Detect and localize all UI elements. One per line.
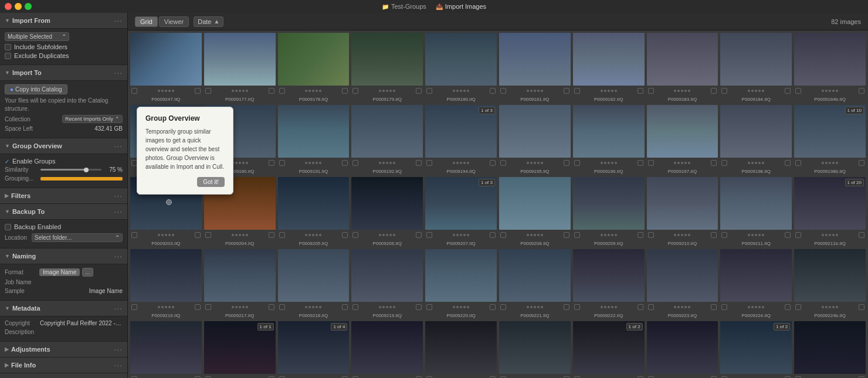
thumb-select-checkbox[interactable] [279,160,285,166]
thumb-select-checkbox[interactable] [574,160,580,166]
section-menu-icon[interactable]: ··· [114,16,123,25]
thumb-select-checkbox[interactable] [426,304,432,310]
thumb-select-checkbox-right[interactable] [859,304,864,310]
thumbnail-container[interactable]: P0009196.IIQ [573,105,645,175]
window-controls[interactable] [5,3,32,10]
thumb-select-checkbox[interactable] [648,160,654,166]
thumbnail-container[interactable]: P0009228.IIQ [351,321,423,378]
thumbnail-container[interactable]: P0009177.IIQ [204,33,276,103]
format-edit-button[interactable]: ... [82,268,93,277]
thumb-select-checkbox-right[interactable] [711,304,717,310]
thumbnail-container[interactable]: 1 of 1P0009226.IIQ [204,321,276,378]
thumbnail-container[interactable]: P0009180.IIQ [425,33,497,103]
thumbnail-container[interactable]: P0009232.IIQ [647,321,718,378]
thumb-select-checkbox[interactable] [131,232,137,238]
thumb-select-checkbox[interactable] [205,232,211,238]
section-menu-icon[interactable]: ··· [114,304,123,313]
thumb-select-checkbox-right[interactable] [416,160,422,166]
thumb-select-checkbox[interactable] [131,304,137,310]
section-menu-icon[interactable]: ··· [114,141,123,151]
thumbnail-container[interactable]: P0009222.IIQ [573,249,645,319]
thumb-select-checkbox-right[interactable] [269,304,274,310]
thumbnail-container[interactable]: P0009209.IIQ [573,177,645,247]
thumb-select-checkbox-right[interactable] [416,88,422,94]
thumb-select-checkbox-right[interactable] [416,232,422,238]
thumbnail-container[interactable]: P0009208.IIQ [499,177,571,247]
thumb-select-checkbox-right[interactable] [711,232,717,238]
thumb-select-checkbox-right[interactable] [564,88,569,94]
thumb-select-checkbox-right[interactable] [638,304,643,310]
thumb-select-checkbox-right[interactable] [859,160,864,166]
thumb-select-checkbox[interactable] [131,88,137,94]
thumbnail-container[interactable]: P0009178.IIQ [278,33,350,103]
thumb-select-checkbox-right[interactable] [564,304,569,310]
thumb-select-checkbox[interactable] [500,232,506,238]
grid-area[interactable]: Group Overview Temporarily group similar… [128,30,868,378]
thumb-select-checkbox[interactable] [352,304,358,310]
section-menu-icon[interactable]: ··· [114,360,123,370]
thumb-select-checkbox[interactable] [795,88,801,94]
slider-thumb[interactable] [84,168,89,172]
thumb-select-checkbox-right[interactable] [269,88,274,94]
thumbnail-container[interactable]: P0009184.IIQ [720,33,792,103]
thumb-select-checkbox-right[interactable] [564,160,569,166]
location-select[interactable]: Select folder... ⌃ [32,233,123,242]
grid-view-button[interactable]: Grid [135,16,158,27]
thumbnail-container[interactable]: P0009197.IIQ [647,105,718,175]
close-button[interactable] [5,3,12,10]
thumb-select-checkbox[interactable] [205,304,211,310]
viewer-view-button[interactable]: Viewer [159,16,189,27]
after-import-header[interactable]: ▶ After Import ··· [0,373,127,378]
file-info-header[interactable]: ▶ File Info ··· [0,357,127,373]
thumb-select-checkbox-right[interactable] [711,160,717,166]
thumb-select-checkbox-right[interactable] [269,160,274,166]
thumbnail-container[interactable]: P0009224b.IIQ [794,249,866,319]
thumb-select-checkbox-right[interactable] [195,88,201,94]
thumbnail-container[interactable]: P0009219.IIQ [351,249,423,319]
thumb-select-checkbox-right[interactable] [416,304,422,310]
thumbnail-container[interactable]: P0009224.IIQ [720,249,792,319]
thumbnail-container[interactable]: P0009217.IIQ [204,249,276,319]
thumbnail-container[interactable]: 1 of 10P0009198b.IIQ [794,105,866,175]
thumbnail-container[interactable]: P0009181.IIQ [499,33,571,103]
thumbnail-container[interactable]: P0009223.IIQ [647,249,718,319]
thumbnail-container[interactable]: P0009229.IIQ [425,321,497,378]
thumb-select-checkbox[interactable] [574,88,580,94]
thumb-select-checkbox[interactable] [795,304,801,310]
thumbnail-container[interactable]: P0009195.IIQ [499,105,571,175]
thumbnail-container[interactable]: 1 of 2P0009233.IIQ [720,321,792,378]
thumb-select-checkbox-right[interactable] [195,232,201,238]
thumb-select-checkbox[interactable] [795,160,801,166]
thumb-select-checkbox[interactable] [721,304,727,310]
thumb-select-checkbox[interactable] [279,304,285,310]
exclude-duplicates-checkbox[interactable] [5,53,11,59]
thumb-select-checkbox[interactable] [205,88,211,94]
thumbnail-container[interactable]: P0009183.IIQ [647,33,718,103]
sort-select[interactable]: Date ▲ [194,16,223,27]
import-to-header[interactable]: ▼ Import To ··· [0,65,127,81]
thumb-select-checkbox[interactable] [648,88,654,94]
thumb-select-checkbox-right[interactable] [342,304,348,310]
thumbnail-container[interactable]: P0009216.IIQ [130,249,202,319]
thumbnail-container[interactable]: P0009206.IIQ [351,177,423,247]
thumbnail-container[interactable]: P0009179.IIQ [351,33,423,103]
metadata-header[interactable]: ▼ Metadata ··· [0,301,127,316]
thumb-select-checkbox[interactable] [500,304,506,310]
thumb-select-checkbox-right[interactable] [638,232,643,238]
similarity-slider[interactable] [40,169,101,171]
thumb-select-checkbox-right[interactable] [785,232,791,238]
thumb-select-checkbox-right[interactable] [859,88,864,94]
thumbnail-container[interactable]: 1 of 4P0009227.IIQ [278,321,350,378]
thumbnail-container[interactable]: P0009247.IIQ [130,33,202,103]
exclude-duplicates-row[interactable]: Exclude Duplicates [5,52,123,59]
thumb-select-checkbox-right[interactable] [711,88,717,94]
thumbnail-container[interactable]: P0009210.IIQ [647,177,718,247]
thumbnail-container[interactable]: P0009182.IIQ [573,33,645,103]
thumbnail-container[interactable]: P0009198.IIQ [720,105,792,175]
thumb-select-checkbox-right[interactable] [785,88,791,94]
thumbnail-container[interactable]: P0009220.IIQ [425,249,497,319]
thumb-select-checkbox[interactable] [721,232,727,238]
include-subfolders-row[interactable]: Include Subfolders [5,43,123,50]
thumb-select-checkbox-right[interactable] [859,232,864,238]
thumb-select-checkbox-right[interactable] [638,88,643,94]
